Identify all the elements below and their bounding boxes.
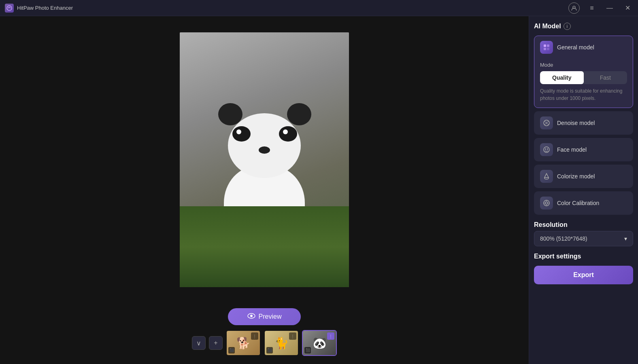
main-layout: Preview ∨ + 🐕 ⋮ ⬛ 🐈 ⋮ ⬛ <box>0 16 638 364</box>
panda-image <box>180 32 349 287</box>
thumb-menu-cats[interactable]: ⋮ <box>289 332 296 340</box>
quality-mode-button[interactable]: Quality <box>540 71 584 84</box>
thumb-type-dogs: ⬛ <box>228 347 235 353</box>
canvas-area: Preview ∨ + 🐕 ⋮ ⬛ 🐈 ⋮ ⬛ <box>0 16 529 364</box>
resolution-dropdown[interactable]: 800% (5120*7648) ▾ <box>534 231 633 246</box>
svg-point-11 <box>548 121 549 122</box>
svg-point-0 <box>7 6 12 11</box>
add-image-button[interactable]: + <box>209 336 223 350</box>
grass-overlay <box>180 206 349 287</box>
bottom-controls: Preview ∨ + 🐕 ⋮ ⬛ 🐈 ⋮ ⬛ <box>0 303 529 364</box>
mode-section: Mode Quality Fast Quality mode is suitab… <box>540 62 627 102</box>
panda-head <box>228 113 301 178</box>
image-viewport <box>0 16 529 303</box>
ai-model-title: AI Model i <box>534 23 633 30</box>
general-model-icon <box>540 41 553 54</box>
export-section: Export settings Export <box>534 253 633 284</box>
thumb-type-cats: ⬛ <box>266 347 273 353</box>
svg-point-12 <box>544 124 546 125</box>
panda-eye-left <box>232 126 251 142</box>
preview-eye-icon <box>247 313 255 320</box>
thumbnail-strip: ∨ + 🐕 ⋮ ⬛ 🐈 ⋮ ⬛ 🐼 ⋮ ⬛ <box>185 330 343 356</box>
thumbnail-cats[interactable]: 🐈 ⋮ ⬛ <box>264 330 299 356</box>
minimize-button[interactable]: — <box>604 2 615 14</box>
mode-label: Mode <box>540 62 627 68</box>
face-model-card[interactable]: Face model <box>534 138 633 161</box>
denoise-model-name: Denoise model <box>557 120 595 126</box>
panda-ear-left <box>218 103 242 125</box>
panda-ear-right <box>287 103 311 125</box>
export-button[interactable]: Export <box>534 266 633 284</box>
denoise-model-icon <box>540 116 553 129</box>
user-icon[interactable] <box>568 2 580 14</box>
ai-model-info-icon[interactable]: i <box>564 23 571 30</box>
mode-toggle: Quality Fast <box>540 71 627 84</box>
svg-point-16 <box>547 148 548 150</box>
app-title: HitPaw Photo Enhancer <box>17 5 73 11</box>
resolution-section: Resolution 800% (5120*7648) ▾ <box>534 221 633 246</box>
panda-eye-right <box>279 126 297 142</box>
general-model-card[interactable]: General model Mode Quality Fast Quality … <box>534 36 633 108</box>
color-calibration-icon <box>540 197 553 210</box>
close-button[interactable]: ✕ <box>622 2 633 14</box>
general-model-name: General model <box>557 44 594 51</box>
denoise-model-card[interactable]: Denoise model <box>534 111 633 135</box>
thumb-menu-panda[interactable]: ⋮ <box>327 332 334 340</box>
face-model-icon <box>540 143 553 156</box>
svg-point-9 <box>545 122 548 124</box>
title-bar-left: HitPaw Photo Enhancer <box>5 4 73 13</box>
dropdown-arrow-icon: ▾ <box>624 235 627 242</box>
app-logo <box>5 4 14 13</box>
colorize-model-card[interactable]: Colorize model <box>534 165 633 188</box>
svg-point-3 <box>250 315 253 317</box>
mode-description: Quality mode is suitable for enhancing p… <box>540 87 627 102</box>
title-bar-right: ≡ — ✕ <box>568 2 633 14</box>
svg-point-15 <box>545 148 546 150</box>
thumb-menu-dogs[interactable]: ⋮ <box>251 332 258 340</box>
panda-nose <box>259 146 270 154</box>
colorize-model-icon <box>540 170 553 183</box>
svg-rect-5 <box>547 44 549 47</box>
thumb-type-panda: ⬛ <box>304 347 311 353</box>
preview-label: Preview <box>259 313 282 320</box>
resolution-value: 800% (5120*7648) <box>540 235 587 242</box>
right-panel: AI Model i General model Mode <box>529 16 638 364</box>
svg-rect-7 <box>547 48 549 50</box>
svg-point-13 <box>548 124 549 125</box>
colorize-model-name: Colorize model <box>557 173 595 180</box>
general-model-header: General model <box>540 41 627 54</box>
color-calibration-name: Color Calibration <box>557 200 599 206</box>
svg-rect-6 <box>544 48 546 50</box>
svg-rect-4 <box>544 44 546 47</box>
fast-mode-button[interactable]: Fast <box>584 71 627 84</box>
export-settings-title: Export settings <box>534 253 633 260</box>
svg-point-17 <box>544 200 549 206</box>
title-bar: HitPaw Photo Enhancer ≡ — ✕ <box>0 0 638 16</box>
preview-button[interactable]: Preview <box>228 308 301 325</box>
svg-point-18 <box>545 202 548 204</box>
expand-strip-button[interactable]: ∨ <box>192 336 206 350</box>
color-calibration-card[interactable]: Color Calibration <box>534 191 633 215</box>
face-model-name: Face model <box>557 146 587 153</box>
svg-point-10 <box>544 121 546 122</box>
thumbnail-dogs[interactable]: 🐕 ⋮ ⬛ <box>226 330 261 356</box>
hamburger-button[interactable]: ≡ <box>586 2 598 14</box>
thumbnail-panda[interactable]: 🐼 ⋮ ⬛ <box>302 330 337 356</box>
resolution-title: Resolution <box>534 221 633 229</box>
